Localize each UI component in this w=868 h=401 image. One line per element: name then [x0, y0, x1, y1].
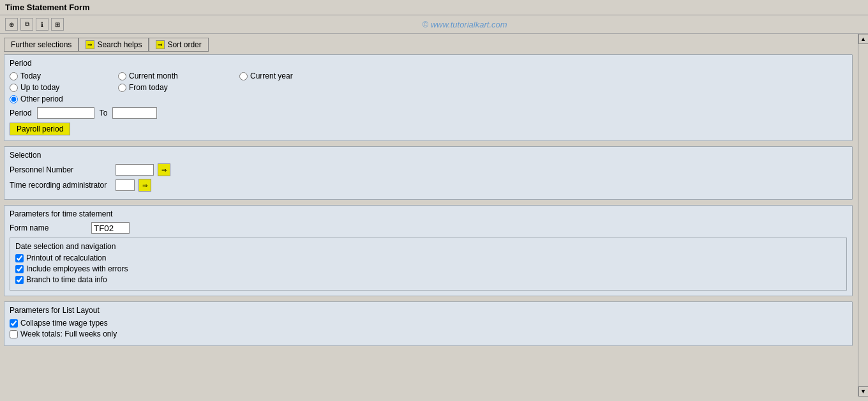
list-layout-section: Parameters for List Layout Collapse time…	[4, 301, 853, 346]
tab-sort-order[interactable]: ⇒ Sort order	[149, 38, 208, 52]
date-selection-section: Date selection and navigation Printout o…	[10, 238, 847, 291]
period-label: Period	[10, 109, 32, 117]
payroll-period-button[interactable]: Payroll period	[10, 123, 70, 135]
watermark: © www.tutorialkart.com	[66, 20, 863, 29]
period-input-row: Period To	[10, 107, 847, 119]
personnel-number-input[interactable]	[116, 164, 154, 176]
list-layout-title: Parameters for List Layout	[10, 306, 847, 315]
period-from-input[interactable]	[37, 107, 94, 119]
period-section-title: Period	[10, 59, 847, 68]
toolbar-icon-3[interactable]: ℹ	[36, 18, 49, 31]
radio-today-input[interactable]	[10, 72, 18, 80]
parameters-section-title: Parameters for time statement	[10, 209, 847, 218]
radio-up-to-today[interactable]: Up to today	[10, 83, 112, 92]
search-helps-arrow-icon: ⇒	[86, 40, 94, 49]
period-section: Period Today Current month Current year …	[4, 54, 853, 141]
radio-other-period[interactable]: Other period	[10, 95, 847, 103]
radio-current-month[interactable]: Current month	[118, 72, 233, 80]
scroll-down-button[interactable]: ▼	[858, 386, 869, 397]
personnel-number-label: Personnel Number	[10, 165, 112, 174]
form-name-row: Form name	[10, 222, 847, 234]
to-label: To	[100, 109, 108, 117]
checkbox-branch-time: Branch to time data info	[15, 275, 841, 284]
title-bar: Time Statement Form	[0, 0, 868, 15]
checkbox-week-totals-input[interactable]	[10, 330, 18, 338]
date-selection-title: Date selection and navigation	[15, 242, 841, 251]
checkbox-collapse: Collapse time wage types	[10, 319, 847, 328]
radio-today[interactable]: Today	[10, 72, 112, 80]
form-name-input[interactable]	[91, 222, 130, 234]
radio-current-month-input[interactable]	[118, 72, 126, 80]
scroll-up-button[interactable]: ▲	[858, 34, 869, 44]
tab-search-helps[interactable]: ⇒ Search helps	[79, 38, 149, 52]
time-recording-row: Time recording administrator ⇒	[10, 179, 847, 192]
main-content: Further selections ⇒ Search helps ⇒ Sort…	[0, 34, 868, 397]
period-to-input[interactable]	[112, 107, 157, 119]
sort-order-arrow-icon: ⇒	[156, 40, 165, 49]
personnel-number-row: Personnel Number ⇒	[10, 163, 847, 176]
tabs-row: Further selections ⇒ Search helps ⇒ Sort…	[4, 38, 853, 52]
toolbar: ⊕ ⧉ ℹ ⊞ © www.tutorialkart.com	[0, 15, 868, 34]
selection-section-title: Selection	[10, 151, 847, 160]
radio-up-to-today-input[interactable]	[10, 84, 18, 92]
toolbar-icon-4[interactable]: ⊞	[51, 18, 64, 31]
toolbar-icon-1[interactable]: ⊕	[5, 18, 18, 31]
checkbox-printout: Printout of recalculation	[15, 253, 841, 262]
checkbox-branch-time-input[interactable]	[15, 276, 24, 284]
radio-from-today[interactable]: From today	[118, 83, 233, 92]
checkbox-include-employees-input[interactable]	[15, 265, 24, 273]
time-recording-label: Time recording administrator	[10, 181, 112, 190]
radio-current-year-input[interactable]	[239, 72, 248, 80]
tab-sort-order-label: Sort order	[167, 40, 201, 49]
tab-further-selections[interactable]: Further selections	[4, 38, 79, 52]
toolbar-icon-2[interactable]: ⧉	[20, 18, 33, 31]
tab-search-helps-label: Search helps	[97, 40, 142, 49]
radio-other-period-input[interactable]	[10, 95, 18, 103]
selection-section: Selection Personnel Number ⇒ Time record…	[4, 146, 853, 200]
checkbox-week-totals: Week totals: Full weeks only	[10, 329, 847, 338]
checkbox-include-employees: Include employees with errors	[15, 264, 841, 273]
checkbox-printout-input[interactable]	[15, 254, 24, 262]
personnel-number-nav-btn[interactable]: ⇒	[158, 163, 170, 176]
form-name-label: Form name	[10, 223, 86, 232]
content-area: Further selections ⇒ Search helps ⇒ Sort…	[4, 38, 864, 346]
tab-further-selections-label: Further selections	[11, 40, 71, 49]
radio-current-year[interactable]: Current year	[239, 72, 341, 80]
scrollbar: ▲ ▼	[858, 34, 868, 397]
app-title: Time Statement Form	[5, 3, 90, 12]
time-recording-input[interactable]	[116, 179, 135, 191]
parameters-section: Parameters for time statement Form name …	[4, 205, 853, 296]
checkbox-collapse-input[interactable]	[10, 319, 18, 328]
time-recording-nav-btn[interactable]: ⇒	[138, 179, 151, 192]
radio-from-today-input[interactable]	[118, 84, 126, 92]
